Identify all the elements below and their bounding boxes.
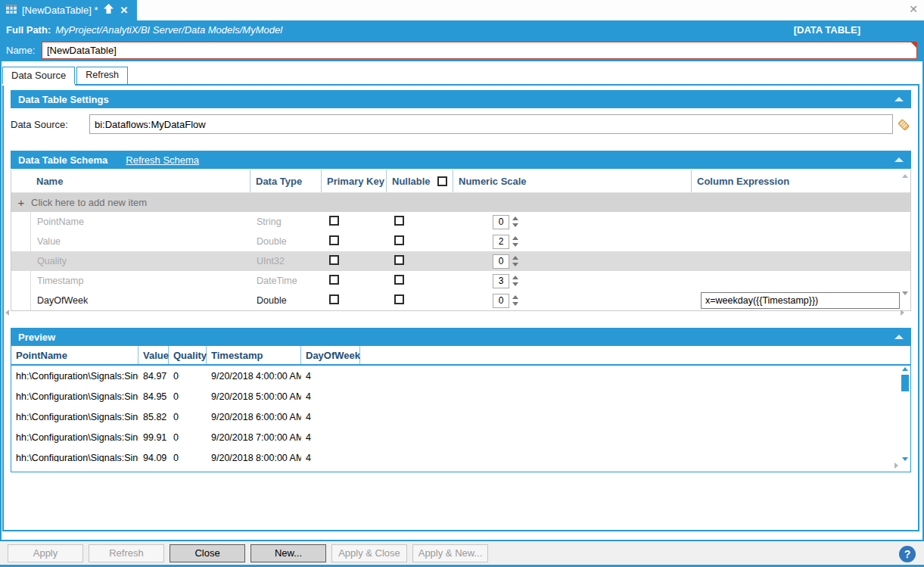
title-bar: [NewDataTable] * ✕ ✕ xyxy=(0,0,924,20)
window-border-left xyxy=(0,20,2,567)
close-button[interactable]: Close xyxy=(170,544,245,562)
schema-col-nullable[interactable]: Nullable xyxy=(387,170,453,192)
numeric-scale-stepper[interactable] xyxy=(512,217,518,227)
full-path-value: MyProject/AnalytiX/BI Server/Data Models… xyxy=(55,24,282,36)
schema-scroll-down-icon[interactable] xyxy=(902,291,908,295)
nullable-checkbox[interactable] xyxy=(394,294,404,304)
preview-row[interactable]: hh:\Configuration\Signals:Sine84.9709/20… xyxy=(11,366,910,386)
column-data-type[interactable]: DateTime xyxy=(250,276,322,286)
schema-grid-header: Name Data Type Primary Key Nullable Nume… xyxy=(11,170,910,193)
full-path-bar: Full Path: MyProject/AnalytiX/BI Server/… xyxy=(0,20,924,39)
window-close-icon[interactable]: ✕ xyxy=(909,3,918,15)
column-name[interactable]: PointName xyxy=(31,217,250,227)
column-name[interactable]: Value xyxy=(31,236,250,247)
schema-row-pointname[interactable]: PointName String 0 xyxy=(11,212,910,232)
numeric-scale-input[interactable]: 0 xyxy=(493,215,509,229)
name-label: Name: xyxy=(6,45,42,56)
primary-key-checkbox[interactable] xyxy=(329,294,339,304)
schema-section-header: Data Table Schema Refresh Schema xyxy=(11,151,911,169)
primary-key-checkbox[interactable] xyxy=(329,275,339,285)
scrollbar-thumb[interactable] xyxy=(901,375,909,391)
column-data-type[interactable]: Double xyxy=(250,236,322,247)
apply-and-close-button[interactable]: Apply & Close xyxy=(331,544,407,562)
schema-row-header-column xyxy=(11,170,31,192)
numeric-scale-input[interactable]: 3 xyxy=(493,274,509,288)
nullable-checkbox[interactable] xyxy=(394,235,404,245)
preview-scroll-right-icon[interactable] xyxy=(894,463,898,469)
preview-section-title: Preview xyxy=(18,332,55,343)
column-data-type[interactable]: String xyxy=(250,217,322,227)
refresh-button[interactable]: Refresh xyxy=(89,544,164,562)
schema-grid: Name Data Type Primary Key Nullable Nume… xyxy=(11,170,911,311)
name-input[interactable] xyxy=(42,42,917,59)
preview-row[interactable]: hh:\Configuration\Signals:Sine84.9509/20… xyxy=(11,386,910,407)
navigate-up-icon[interactable] xyxy=(103,4,114,17)
refresh-schema-link[interactable]: Refresh Schema xyxy=(126,154,199,166)
preview-col-timestamp[interactable]: Timestamp xyxy=(207,346,301,364)
preview-col-pointname[interactable]: PointName xyxy=(11,346,138,364)
new-button[interactable]: New... xyxy=(250,544,326,562)
schema-col-name[interactable]: Name xyxy=(31,170,250,192)
preview-collapse-icon[interactable] xyxy=(894,335,904,339)
preview-row[interactable]: hh:\Configuration\Signals:Sine99.9109/20… xyxy=(11,427,910,447)
document-tab-close-icon[interactable]: ✕ xyxy=(120,5,128,16)
add-new-item-row[interactable]: + Click here to add new item xyxy=(11,193,910,212)
scroll-down-icon[interactable] xyxy=(902,457,908,461)
schema-col-data-type[interactable]: Data Type xyxy=(250,170,322,192)
data-source-input[interactable] xyxy=(89,114,893,134)
primary-key-checkbox[interactable] xyxy=(329,216,339,226)
column-expression-input[interactable] xyxy=(701,292,900,309)
schema-col-numeric-scale[interactable]: Numeric Scale xyxy=(453,170,692,192)
settings-collapse-icon[interactable] xyxy=(894,97,904,101)
primary-key-checkbox[interactable] xyxy=(329,255,339,265)
schema-row-timestamp[interactable]: Timestamp DateTime 3 xyxy=(11,271,910,291)
tab-refresh[interactable]: Refresh xyxy=(76,67,128,84)
numeric-scale-stepper[interactable] xyxy=(512,236,518,247)
nullable-all-checkbox[interactable] xyxy=(437,176,447,186)
schema-scroll-up-icon[interactable] xyxy=(902,174,908,178)
preview-row[interactable]: hh:\Configuration\Signals:Sine94.0909/20… xyxy=(11,447,910,462)
preview-col-quality[interactable]: Quality xyxy=(169,346,207,364)
schema-col-primary-key[interactable]: Primary Key xyxy=(322,170,387,192)
schema-scroll-right-icon[interactable] xyxy=(901,310,904,316)
preview-col-value[interactable]: Value xyxy=(138,346,169,364)
tag-browse-icon[interactable] xyxy=(893,117,911,132)
column-name[interactable]: Quality xyxy=(31,256,250,266)
schema-collapse-icon[interactable] xyxy=(894,157,904,162)
name-bar: Name: xyxy=(0,39,924,61)
nullable-checkbox[interactable] xyxy=(394,275,404,285)
schema-row-value[interactable]: Value Double 2 xyxy=(11,232,910,251)
primary-key-checkbox[interactable] xyxy=(329,235,339,245)
schema-scroll-left-icon[interactable] xyxy=(5,310,9,316)
column-name[interactable]: Timestamp xyxy=(31,276,250,286)
apply-and-new-button[interactable]: Apply & New... xyxy=(412,544,488,562)
preview-row[interactable]: hh:\Configuration\Signals:Sine85.8209/20… xyxy=(11,407,910,427)
numeric-scale-input[interactable]: 0 xyxy=(493,294,509,308)
numeric-scale-stepper[interactable] xyxy=(512,276,518,286)
data-source-row: Data Source: xyxy=(11,114,911,134)
data-table-icon xyxy=(6,5,17,16)
column-name[interactable]: DayOfWeek xyxy=(31,295,250,306)
numeric-scale-stepper[interactable] xyxy=(512,295,518,306)
column-data-type[interactable]: UInt32 xyxy=(250,256,322,266)
tab-data-source[interactable]: Data Source xyxy=(2,67,75,84)
schema-col-column-expression[interactable]: Column Expression xyxy=(692,170,910,192)
schema-row-quality[interactable]: Quality UInt32 0 xyxy=(11,251,910,271)
column-data-type[interactable]: Double xyxy=(250,295,322,306)
nullable-checkbox[interactable] xyxy=(394,216,404,226)
data-source-tab-panel: Data Table Settings Data Source: Data Ta… xyxy=(2,84,919,531)
preview-vertical-scrollbar[interactable] xyxy=(901,367,910,461)
help-icon[interactable]: ? xyxy=(899,546,916,562)
validation-corner-marker xyxy=(911,42,916,48)
schema-row-dayofweek[interactable]: DayOfWeek Double 0 xyxy=(11,291,910,310)
add-new-item-label: Click here to add new item xyxy=(31,197,147,208)
numeric-scale-input[interactable]: 0 xyxy=(493,254,509,269)
nullable-checkbox[interactable] xyxy=(394,255,404,265)
preview-col-dayofweek[interactable]: DayOfWeek xyxy=(301,346,360,364)
document-tab[interactable]: [NewDataTable] * ✕ xyxy=(0,0,137,20)
apply-button[interactable]: Apply xyxy=(8,544,83,562)
schema-section-title: Data Table Schema xyxy=(18,154,107,166)
numeric-scale-input[interactable]: 2 xyxy=(493,235,509,249)
numeric-scale-stepper[interactable] xyxy=(512,256,518,266)
scroll-up-icon[interactable] xyxy=(902,367,908,371)
